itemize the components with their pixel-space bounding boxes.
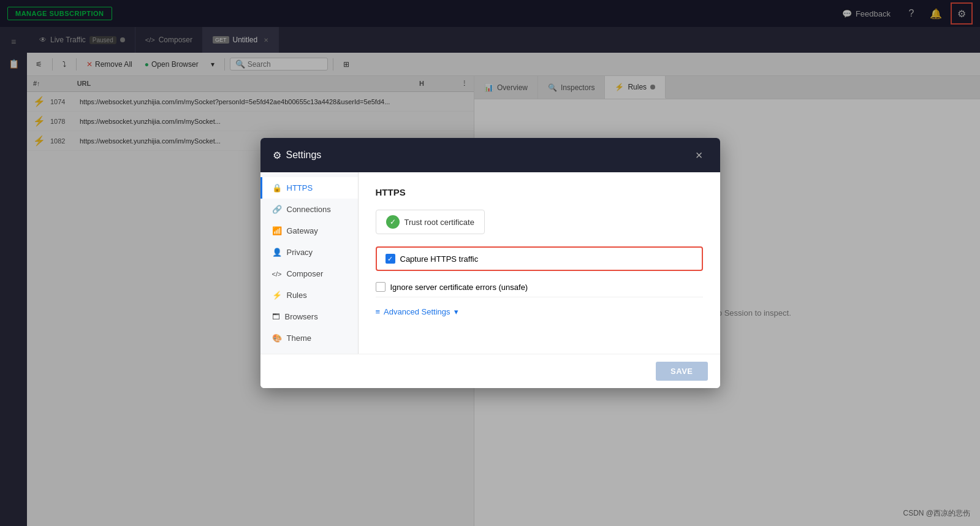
nav-gateway-label: Gateway: [287, 226, 318, 235]
modal-overlay: ⚙ Settings × 🔒 HTTPS 🔗 Connections 📶 Gat…: [0, 0, 980, 526]
nav-connections-label: Connections: [287, 205, 331, 214]
nav-https-label: HTTPS: [287, 183, 313, 192]
trust-cert-label: Trust root certificate: [405, 218, 474, 227]
nav-item-gateway[interactable]: 📶 Gateway: [260, 220, 358, 242]
save-button[interactable]: SAVE: [656, 362, 707, 381]
https-nav-icon: 🔒: [272, 183, 282, 192]
modal-close-button[interactable]: ×: [691, 147, 708, 164]
capture-https-row[interactable]: ✓ Capture HTTPS traffic: [376, 246, 703, 271]
capture-https-checkbox[interactable]: ✓: [386, 254, 395, 264]
nav-rules-label: Rules: [287, 291, 307, 300]
gateway-nav-icon: 📶: [272, 226, 282, 235]
chevron-down-icon: ▾: [454, 307, 458, 316]
nav-theme-label: Theme: [287, 334, 311, 343]
settings-modal: ⚙ Settings × 🔒 HTTPS 🔗 Connections 📶 Gat…: [260, 138, 720, 388]
capture-https-label: Capture HTTPS traffic: [400, 254, 479, 264]
modal-body: 🔒 HTTPS 🔗 Connections 📶 Gateway 👤 Privac…: [260, 172, 720, 354]
nav-item-privacy[interactable]: 👤 Privacy: [260, 242, 358, 263]
theme-nav-icon: 🎨: [272, 334, 282, 343]
advanced-settings-label: Advanced Settings: [384, 307, 450, 316]
nav-privacy-label: Privacy: [287, 248, 313, 257]
ignore-cert-row[interactable]: Ignore server certificate errors (unsafe…: [376, 277, 703, 297]
privacy-nav-icon: 👤: [272, 248, 282, 257]
composer-nav-icon: </>: [272, 270, 282, 278]
cert-icon: ✓: [386, 215, 400, 229]
shield-check-icon: ✓: [390, 218, 396, 226]
modal-title: ⚙ Settings: [273, 150, 322, 161]
advanced-settings-icon: ≡: [376, 307, 381, 316]
ignore-cert-checkbox[interactable]: [376, 282, 386, 292]
nav-item-composer[interactable]: </> Composer: [260, 263, 358, 284]
nav-composer-label: Composer: [286, 269, 323, 278]
modal-header: ⚙ Settings ×: [260, 138, 720, 172]
browsers-nav-icon: 🗔: [272, 312, 280, 321]
checkmark-icon: ✓: [387, 255, 393, 263]
nav-item-rules[interactable]: ⚡ Rules: [260, 284, 358, 306]
modal-sidebar: 🔒 HTTPS 🔗 Connections 📶 Gateway 👤 Privac…: [260, 172, 359, 354]
nav-item-browsers[interactable]: 🗔 Browsers: [260, 306, 358, 327]
trust-root-cert-button[interactable]: ✓ Trust root certificate: [376, 210, 485, 234]
ignore-cert-label: Ignore server certificate errors (unsafe…: [390, 283, 528, 292]
section-title: HTTPS: [376, 187, 703, 197]
modal-content: HTTPS ✓ Trust root certificate ✓ Capture…: [359, 172, 720, 354]
settings-title-label: Settings: [286, 150, 322, 161]
nav-item-theme[interactable]: 🎨 Theme: [260, 327, 358, 349]
modal-footer: SAVE: [260, 354, 720, 388]
connections-nav-icon: 🔗: [272, 205, 282, 214]
nav-browsers-label: Browsers: [285, 312, 318, 321]
settings-title-icon: ⚙: [273, 150, 281, 161]
nav-item-https[interactable]: 🔒 HTTPS: [260, 177, 358, 199]
advanced-settings-link[interactable]: ≡ Advanced Settings ▾: [376, 307, 703, 316]
nav-item-connections[interactable]: 🔗 Connections: [260, 199, 358, 220]
rules-nav-icon: ⚡: [272, 291, 282, 300]
